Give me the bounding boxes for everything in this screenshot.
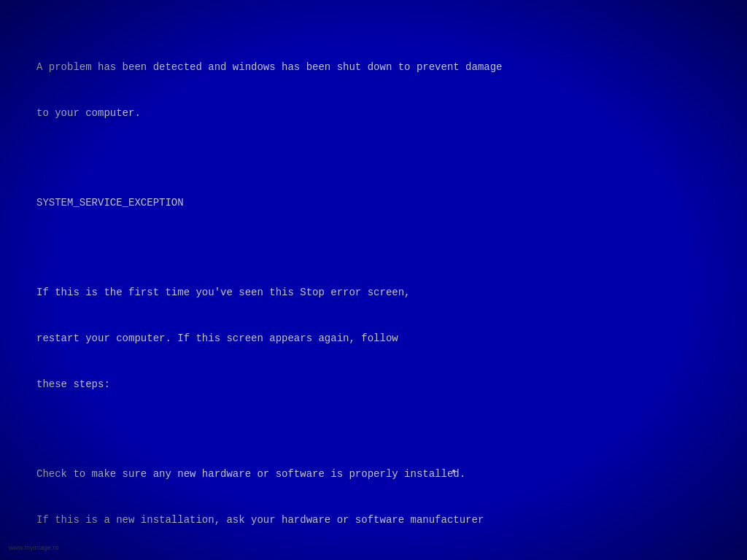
cursor-dot xyxy=(452,470,455,472)
spacer-1 xyxy=(36,152,711,165)
line-7: If this is a new installation, ask your … xyxy=(36,513,711,528)
line-3: If this is the first time you've seen th… xyxy=(36,285,711,300)
spacer-2 xyxy=(36,241,711,254)
line-6: Check to make sure any new hardware or s… xyxy=(36,467,711,482)
bsod-content: A problem has been detected and windows … xyxy=(36,29,711,560)
spacer-3 xyxy=(36,423,711,436)
line-2: to your computer. xyxy=(36,106,711,121)
error-code: SYSTEM_SERVICE_EXCEPTION xyxy=(36,195,711,211)
line-4: restart your computer. If this screen ap… xyxy=(36,331,711,346)
line-5: these steps: xyxy=(36,377,711,392)
bsod-screen: A problem has been detected and windows … xyxy=(0,0,747,560)
line-1: A problem has been detected and windows … xyxy=(36,60,711,75)
watermark: www.myimage.ro xyxy=(9,543,59,553)
